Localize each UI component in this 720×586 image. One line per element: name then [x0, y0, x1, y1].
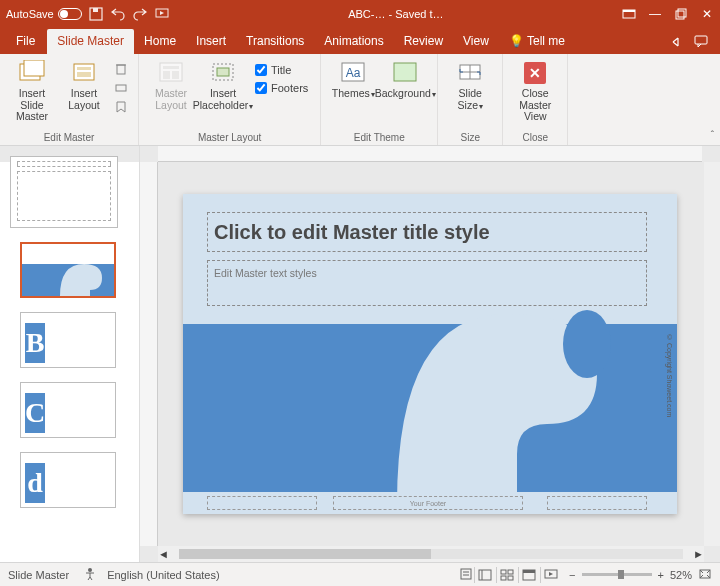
placeholder-footer[interactable]: Your Footer — [333, 496, 523, 510]
svg-rect-5 — [676, 11, 684, 19]
scrollbar-vertical[interactable] — [704, 162, 720, 546]
svg-rect-38 — [523, 570, 535, 573]
svg-rect-9 — [24, 60, 44, 76]
comments-icon[interactable] — [694, 34, 708, 50]
placeholder-date[interactable] — [207, 496, 317, 510]
toggle-off-icon — [58, 8, 82, 20]
thumbnail-pane[interactable]: B C d — [0, 146, 140, 562]
ribbon-display-icon[interactable] — [622, 7, 636, 21]
themes-button[interactable]: Aa Themes▾ — [329, 58, 377, 102]
svg-rect-12 — [77, 72, 91, 77]
rename-icon[interactable] — [114, 81, 128, 97]
view-reading-icon[interactable] — [518, 567, 538, 583]
svg-point-27 — [88, 568, 92, 572]
collapse-ribbon-icon[interactable]: ˆ — [711, 130, 714, 141]
start-slideshow-icon[interactable] — [154, 6, 170, 22]
svg-rect-13 — [117, 65, 125, 74]
svg-point-26 — [563, 310, 611, 378]
view-normal-icon[interactable] — [474, 567, 494, 583]
view-slideshow-icon[interactable] — [540, 567, 560, 583]
tab-view[interactable]: View — [453, 29, 499, 54]
tab-file[interactable]: File — [6, 29, 45, 54]
chk-title[interactable]: Title — [255, 64, 308, 76]
insert-layout-button[interactable]: Insert Layout — [60, 58, 108, 113]
ruler-horizontal[interactable] — [158, 146, 702, 162]
svg-rect-19 — [172, 71, 179, 79]
svg-rect-35 — [501, 576, 506, 580]
autosave-label: AutoSave — [6, 8, 54, 20]
notes-icon[interactable] — [459, 567, 473, 583]
scroll-right-icon[interactable]: ► — [693, 548, 704, 560]
restore-icon[interactable] — [674, 7, 688, 21]
svg-rect-7 — [695, 36, 707, 44]
status-language[interactable]: English (United States) — [107, 569, 220, 581]
autosave-toggle[interactable]: AutoSave — [6, 8, 82, 20]
placeholder-title[interactable]: Click to edit Master title style — [207, 212, 647, 252]
close-window-icon[interactable]: ✕ — [700, 7, 714, 21]
svg-text:Aa: Aa — [346, 66, 361, 80]
group-close: ✕ Close Master View Close — [503, 54, 568, 145]
fit-window-icon[interactable] — [698, 568, 712, 582]
delete-icon[interactable] — [114, 62, 128, 78]
chk-footers[interactable]: Footers — [255, 82, 308, 94]
group-edit-master: Insert Slide Master Insert Layout Edit M… — [0, 54, 139, 145]
thumb-layout-b[interactable]: B — [20, 312, 116, 368]
zoom-in-icon[interactable]: + — [658, 569, 664, 581]
minimize-icon[interactable]: — — [648, 7, 662, 21]
background-button[interactable]: Background▾ — [381, 58, 429, 102]
title-bar: AutoSave ABC-… - Saved t… — ✕ — [0, 0, 720, 28]
close-master-view-button[interactable]: ✕ Close Master View — [511, 58, 559, 125]
group-size: Slide Size▾ Size — [438, 54, 503, 145]
svg-rect-4 — [623, 10, 635, 12]
preserve-icon[interactable] — [114, 100, 128, 116]
thumb-layout-a[interactable] — [20, 242, 116, 298]
thumb-layout-c[interactable]: C — [20, 382, 116, 438]
save-icon[interactable] — [88, 6, 104, 22]
view-sorter-icon[interactable] — [496, 567, 516, 583]
svg-rect-24 — [394, 63, 416, 81]
ribbon: Insert Slide Master Insert Layout Edit M… — [0, 54, 720, 146]
svg-rect-36 — [508, 576, 513, 580]
zoom-slider[interactable] — [582, 573, 652, 576]
document-title: ABC-… - Saved t… — [170, 8, 622, 20]
zoom-out-icon[interactable]: − — [569, 569, 575, 581]
tab-slide-master[interactable]: Slide Master — [47, 29, 134, 54]
tab-review[interactable]: Review — [394, 29, 453, 54]
tab-transitions[interactable]: Transitions — [236, 29, 314, 54]
status-mode[interactable]: Slide Master — [8, 569, 69, 581]
svg-rect-21 — [217, 68, 229, 76]
accessibility-icon[interactable] — [83, 567, 97, 583]
ruler-vertical[interactable] — [140, 162, 158, 546]
placeholder-slide-number[interactable] — [547, 496, 647, 510]
slide-canvas[interactable]: Click to edit Master title style Edit Ma… — [183, 194, 677, 514]
status-bar: Slide Master English (United States) − +… — [0, 562, 720, 586]
tab-animations[interactable]: Animations — [314, 29, 393, 54]
zoom-control[interactable]: − + 52% — [569, 568, 712, 582]
tab-home[interactable]: Home — [134, 29, 186, 54]
svg-rect-28 — [461, 569, 471, 579]
ribbon-tab-strip: File Slide Master Home Insert Transition… — [0, 28, 720, 54]
svg-rect-1 — [93, 8, 98, 12]
insert-placeholder-button[interactable]: Insert Placeholder▾ — [199, 58, 247, 113]
svg-rect-33 — [501, 570, 506, 574]
undo-icon[interactable] — [110, 6, 126, 22]
scroll-left-icon[interactable]: ◄ — [158, 548, 169, 560]
master-layout-button: Master Layout — [147, 58, 195, 113]
share-icon[interactable] — [670, 34, 684, 50]
insert-slide-master-button[interactable]: Insert Slide Master — [8, 58, 56, 125]
svg-rect-6 — [678, 9, 686, 17]
thumb-layout-d[interactable]: d — [20, 452, 116, 508]
tab-tell-me[interactable]: 💡 Tell me — [499, 29, 575, 54]
tab-insert[interactable]: Insert — [186, 29, 236, 54]
svg-rect-15 — [116, 85, 126, 91]
redo-icon[interactable] — [132, 6, 148, 22]
workspace: B C d ◄ ► Click to edit Master title sty… — [0, 146, 720, 562]
scrollbar-horizontal[interactable]: ◄ ► — [158, 546, 704, 562]
thumb-master[interactable] — [10, 156, 118, 228]
svg-rect-31 — [479, 570, 491, 580]
zoom-level[interactable]: 52% — [670, 569, 692, 581]
slide-size-button[interactable]: Slide Size▾ — [446, 58, 494, 113]
slide-graphic — [183, 324, 677, 492]
slide-editor[interactable]: ◄ ► Click to edit Master title style Edi… — [140, 146, 720, 562]
close-x-icon: ✕ — [524, 62, 546, 84]
